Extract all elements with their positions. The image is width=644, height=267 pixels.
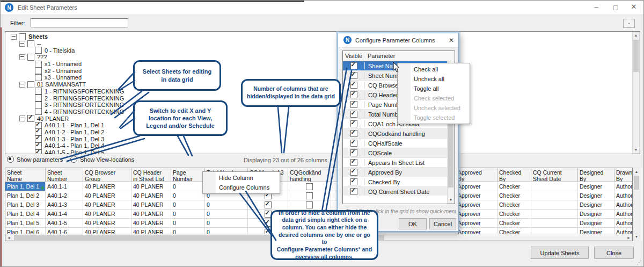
visible-checkbox[interactable] [350,111,357,118]
visible-checkbox[interactable] [350,149,357,156]
grid-cell[interactable]: A40.1-4 [46,210,83,219]
view-toggle-option[interactable]: Show View-locations [70,156,134,163]
grid-cell[interactable]: 40 PLANER [83,191,131,200]
grid-cell[interactable]: 0 [205,210,248,219]
grid-cell[interactable]: Author [614,182,632,191]
minimize-button[interactable]: – [589,3,604,11]
visible-checkbox[interactable] [350,101,357,108]
tree-item-label[interactable]: ??? [36,54,47,60]
column-header[interactable]: CQ Current Sheet Date [531,168,578,182]
tree-item[interactable]: Sheets [5,33,640,40]
grid-cell-checkbox[interactable] [265,201,272,208]
visible-checkbox-cell[interactable] [343,62,365,69]
scroll-right-icon[interactable]: ► [627,235,631,241]
visible-checkbox-cell[interactable] [343,101,365,108]
column-header[interactable]: Sheet Name [5,168,46,182]
grid-cell[interactable]: Checker [497,219,531,228]
tree-item-label[interactable]: x3 - Unnamed [44,74,82,81]
visible-checkbox-cell[interactable] [343,72,365,79]
visible-checkbox-cell[interactable] [343,149,365,156]
tree-checkbox[interactable] [35,61,42,68]
grid-cell[interactable]: 40 PLANER [131,191,171,200]
column-header[interactable]: Sheet Number [46,168,83,182]
context-menu-item[interactable]: Configure Columns [203,183,280,192]
grid-cell[interactable]: Plan 1, Del 1✚ [5,182,46,191]
grid-checkbox-cell[interactable] [288,200,331,210]
column-header[interactable]: CQ Header in Sheet List [131,168,171,182]
grid-cell[interactable]: A40.1-3 [46,200,83,210]
parameter-row[interactable]: CQ Current Sheet Date [343,187,447,196]
tree-item-label[interactable]: 4 - RITNINGSFORTECKNING [44,109,124,115]
collapse-expander-icon[interactable] [19,82,25,88]
parameter-row[interactable]: Appears In Sheet List [343,158,447,168]
grid-cell[interactable]: Approver [456,191,497,200]
grid-cell[interactable] [531,210,578,219]
tree-checkbox[interactable] [27,81,34,88]
context-menu-item[interactable]: Uncheck all [398,74,470,84]
grid-cell[interactable]: 40 PLANER [83,219,131,228]
grid-cell[interactable]: A40.1-5 [46,219,83,228]
tree-item-label[interactable]: 1 - RITNINGSFORTECKNING [44,88,124,95]
grid-cell[interactable]: 40 PLANER [131,182,171,191]
tree-item-label[interactable]: 01 SAMMANSATT [36,81,86,88]
collapse-expander-icon[interactable] [19,116,25,121]
tree-scroll-thumb[interactable] [633,40,639,72]
visible-checkbox-cell[interactable] [343,140,365,147]
close-dialog-button[interactable]: Close [594,247,634,259]
grid-cell[interactable]: Author [614,200,632,210]
maximize-button[interactable]: ▢ [608,4,623,11]
parameter-column-header[interactable]: Parameter [364,53,395,59]
tree-item[interactable]: A40.1-1 - Plan 1, Del 1 [5,122,640,129]
grid-cell[interactable]: Checker [497,191,531,200]
grid-cell[interactable] [531,182,578,191]
grid-cell[interactable]: Designer [578,219,614,228]
grid-cell[interactable]: 40 PLANER [83,210,131,219]
collapse-expander-icon[interactable] [11,34,17,40]
tree-checkbox[interactable] [19,33,26,40]
grid-cell[interactable]: A40.1-1 [46,182,83,191]
filter-input[interactable] [31,18,128,27]
grid-cell[interactable]: 40 PLANER [83,182,131,191]
tree-item-label[interactable]: Sheets [28,33,48,40]
tree-checkbox[interactable] [35,74,42,81]
tree-checkbox[interactable] [35,108,42,115]
grid-cell[interactable]: Approver [456,219,497,228]
tree-checkbox[interactable] [27,54,34,61]
scroll-down-icon[interactable]: ▼ [633,147,639,153]
tree-checkbox[interactable] [27,115,34,122]
ok-button[interactable]: OK [399,218,427,229]
visible-checkbox-cell[interactable] [343,159,365,166]
visible-checkbox-cell[interactable] [343,188,365,195]
grid-checkbox-cell[interactable] [288,191,331,200]
grid-cell[interactable]: Approver [456,182,497,191]
tree-item[interactable]: A40.1-5 - Plan 1, Del 5 [5,149,640,154]
tree-item[interactable]: x2 - Unnamed [5,67,640,74]
grid-checkbox-cell[interactable] [248,200,288,210]
scroll-down-icon[interactable]: ▼ [448,197,454,203]
grid-cell[interactable]: Plan 1, Del 5 [5,219,46,228]
grid-cell[interactable]: Approver [456,200,497,210]
column-header[interactable]: Designed By [578,168,614,182]
grid-cell[interactable]: Designer [578,200,614,210]
visible-checkbox[interactable] [350,120,357,127]
grid-vscroll-thumb[interactable] [634,176,639,190]
tree-checkbox[interactable] [35,95,42,102]
grid-cell[interactable]: Designer [578,191,614,200]
cancel-button[interactable]: Cancel [429,218,456,229]
column-header[interactable]: Drawn By [614,168,633,182]
tree-checkbox[interactable] [35,67,42,74]
collapse-expander-icon[interactable] [19,41,25,47]
tree-item[interactable]: A40.1-4 - Plan 1, Del 4 [5,142,640,149]
visible-checkbox-cell[interactable] [343,120,365,127]
grid-cell[interactable]: Author [614,219,632,228]
tree-item[interactable]: 4 - RITNINGSFORTECKNING [5,109,640,116]
tree-item-label[interactable]: -- [36,40,41,47]
tree-item[interactable]: A40.1-2 - Plan 1, Del 2 [5,129,640,136]
tree-item-label[interactable]: A40.1-3 - Plan 1, Del 3 [44,136,104,142]
grid-cell[interactable]: 0 [171,210,205,219]
collapse-panel-button[interactable]: ▪ [623,19,635,28]
parameter-row[interactable]: Approved By [343,168,447,177]
tree-item-label[interactable]: x1 - Unnamed [44,61,82,67]
visible-checkbox[interactable] [350,62,357,69]
grid-cell[interactable]: Designer [578,210,614,219]
